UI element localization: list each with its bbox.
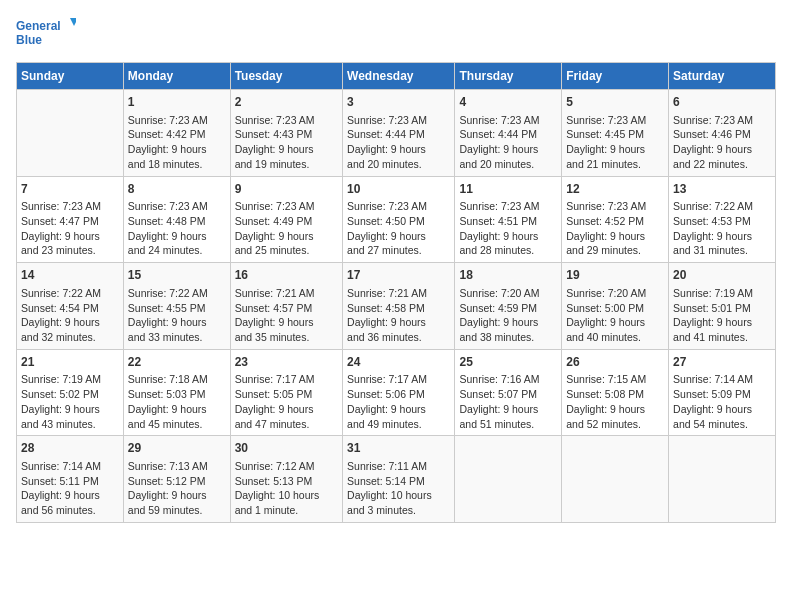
day-info-line: Daylight: 9 hours xyxy=(566,229,664,244)
day-info-line: Sunset: 4:57 PM xyxy=(235,301,338,316)
day-number: 9 xyxy=(235,181,338,198)
day-info-line: Daylight: 9 hours xyxy=(673,315,771,330)
calendar-week-row: 7Sunrise: 7:23 AMSunset: 4:47 PMDaylight… xyxy=(17,176,776,263)
day-info-line: Sunrise: 7:22 AM xyxy=(128,286,226,301)
calendar-cell: 6Sunrise: 7:23 AMSunset: 4:46 PMDaylight… xyxy=(669,90,776,177)
day-info-line: Sunset: 4:44 PM xyxy=(459,127,557,142)
day-info-line: Sunset: 4:48 PM xyxy=(128,214,226,229)
day-info-line: Daylight: 9 hours xyxy=(459,229,557,244)
calendar-cell xyxy=(17,90,124,177)
day-info-line: Sunrise: 7:17 AM xyxy=(347,372,450,387)
day-info-line: Sunset: 4:47 PM xyxy=(21,214,119,229)
day-info-line: Sunrise: 7:20 AM xyxy=(459,286,557,301)
day-info-line: Sunset: 5:05 PM xyxy=(235,387,338,402)
day-number: 2 xyxy=(235,94,338,111)
day-info-line: Sunset: 5:02 PM xyxy=(21,387,119,402)
day-info-line: Sunset: 5:12 PM xyxy=(128,474,226,489)
day-info-line: Daylight: 10 hours xyxy=(347,488,450,503)
day-info-line: Sunset: 5:00 PM xyxy=(566,301,664,316)
day-number: 16 xyxy=(235,267,338,284)
calendar-table: SundayMondayTuesdayWednesdayThursdayFrid… xyxy=(16,62,776,523)
day-info-line: Sunrise: 7:23 AM xyxy=(235,113,338,128)
day-info-line: Sunrise: 7:23 AM xyxy=(459,113,557,128)
day-info-line: Sunrise: 7:11 AM xyxy=(347,459,450,474)
calendar-cell: 2Sunrise: 7:23 AMSunset: 4:43 PMDaylight… xyxy=(230,90,342,177)
header-cell-monday: Monday xyxy=(123,63,230,90)
day-number: 20 xyxy=(673,267,771,284)
day-number: 5 xyxy=(566,94,664,111)
day-info-line: Daylight: 9 hours xyxy=(673,229,771,244)
calendar-cell: 21Sunrise: 7:19 AMSunset: 5:02 PMDayligh… xyxy=(17,349,124,436)
day-number: 31 xyxy=(347,440,450,457)
calendar-body: 1Sunrise: 7:23 AMSunset: 4:42 PMDaylight… xyxy=(17,90,776,523)
day-info-line: and 3 minutes. xyxy=(347,503,450,518)
day-info-line: Sunset: 5:06 PM xyxy=(347,387,450,402)
day-info-line: and 20 minutes. xyxy=(347,157,450,172)
calendar-cell: 23Sunrise: 7:17 AMSunset: 5:05 PMDayligh… xyxy=(230,349,342,436)
day-info-line: and 19 minutes. xyxy=(235,157,338,172)
day-info-line: Sunrise: 7:22 AM xyxy=(21,286,119,301)
calendar-cell: 26Sunrise: 7:15 AMSunset: 5:08 PMDayligh… xyxy=(562,349,669,436)
day-info-line: and 47 minutes. xyxy=(235,417,338,432)
day-number: 21 xyxy=(21,354,119,371)
day-info-line: Sunrise: 7:23 AM xyxy=(235,199,338,214)
day-info-line: Daylight: 9 hours xyxy=(128,402,226,417)
day-number: 12 xyxy=(566,181,664,198)
day-info-line: and 22 minutes. xyxy=(673,157,771,172)
day-info-line: and 27 minutes. xyxy=(347,243,450,258)
day-info-line: and 32 minutes. xyxy=(21,330,119,345)
calendar-cell: 16Sunrise: 7:21 AMSunset: 4:57 PMDayligh… xyxy=(230,263,342,350)
day-number: 7 xyxy=(21,181,119,198)
day-info-line: Daylight: 9 hours xyxy=(459,142,557,157)
calendar-cell: 31Sunrise: 7:11 AMSunset: 5:14 PMDayligh… xyxy=(343,436,455,523)
day-info-line: Sunset: 4:43 PM xyxy=(235,127,338,142)
day-info-line: and 45 minutes. xyxy=(128,417,226,432)
svg-marker-2 xyxy=(70,18,76,26)
day-info-line: Daylight: 9 hours xyxy=(673,402,771,417)
calendar-cell: 7Sunrise: 7:23 AMSunset: 4:47 PMDaylight… xyxy=(17,176,124,263)
day-number: 19 xyxy=(566,267,664,284)
day-info-line: Sunset: 4:44 PM xyxy=(347,127,450,142)
day-info-line: Sunrise: 7:14 AM xyxy=(21,459,119,474)
page-header: General Blue xyxy=(16,16,776,52)
day-info-line: and 56 minutes. xyxy=(21,503,119,518)
calendar-cell: 18Sunrise: 7:20 AMSunset: 4:59 PMDayligh… xyxy=(455,263,562,350)
calendar-cell: 20Sunrise: 7:19 AMSunset: 5:01 PMDayligh… xyxy=(669,263,776,350)
day-info-line: Sunrise: 7:23 AM xyxy=(566,113,664,128)
day-info-line: Sunrise: 7:15 AM xyxy=(566,372,664,387)
day-info-line: and 24 minutes. xyxy=(128,243,226,258)
calendar-week-row: 1Sunrise: 7:23 AMSunset: 4:42 PMDaylight… xyxy=(17,90,776,177)
calendar-cell: 1Sunrise: 7:23 AMSunset: 4:42 PMDaylight… xyxy=(123,90,230,177)
calendar-week-row: 28Sunrise: 7:14 AMSunset: 5:11 PMDayligh… xyxy=(17,436,776,523)
day-info-line: Daylight: 9 hours xyxy=(347,229,450,244)
day-info-line: Sunrise: 7:23 AM xyxy=(459,199,557,214)
day-info-line: Daylight: 9 hours xyxy=(566,142,664,157)
day-info-line: Sunrise: 7:23 AM xyxy=(566,199,664,214)
day-info-line: Sunset: 4:53 PM xyxy=(673,214,771,229)
day-info-line: and 49 minutes. xyxy=(347,417,450,432)
day-info-line: Daylight: 10 hours xyxy=(235,488,338,503)
logo-svg: General Blue xyxy=(16,16,76,52)
day-info-line: Daylight: 9 hours xyxy=(21,315,119,330)
day-info-line: Daylight: 9 hours xyxy=(128,488,226,503)
day-number: 13 xyxy=(673,181,771,198)
day-info-line: Daylight: 9 hours xyxy=(128,142,226,157)
day-info-line: and 43 minutes. xyxy=(21,417,119,432)
day-info-line: and 23 minutes. xyxy=(21,243,119,258)
day-number: 22 xyxy=(128,354,226,371)
day-info-line: Sunset: 4:59 PM xyxy=(459,301,557,316)
day-info-line: Daylight: 9 hours xyxy=(459,402,557,417)
day-info-line: Sunset: 5:13 PM xyxy=(235,474,338,489)
day-info-line: Sunset: 5:07 PM xyxy=(459,387,557,402)
header-row: SundayMondayTuesdayWednesdayThursdayFrid… xyxy=(17,63,776,90)
day-info-line: Sunset: 5:14 PM xyxy=(347,474,450,489)
day-info-line: Sunrise: 7:23 AM xyxy=(347,113,450,128)
day-info-line: and 51 minutes. xyxy=(459,417,557,432)
day-info-line: and 36 minutes. xyxy=(347,330,450,345)
calendar-cell: 24Sunrise: 7:17 AMSunset: 5:06 PMDayligh… xyxy=(343,349,455,436)
calendar-cell: 28Sunrise: 7:14 AMSunset: 5:11 PMDayligh… xyxy=(17,436,124,523)
day-info-line: and 52 minutes. xyxy=(566,417,664,432)
calendar-cell: 8Sunrise: 7:23 AMSunset: 4:48 PMDaylight… xyxy=(123,176,230,263)
calendar-cell: 19Sunrise: 7:20 AMSunset: 5:00 PMDayligh… xyxy=(562,263,669,350)
day-number: 11 xyxy=(459,181,557,198)
